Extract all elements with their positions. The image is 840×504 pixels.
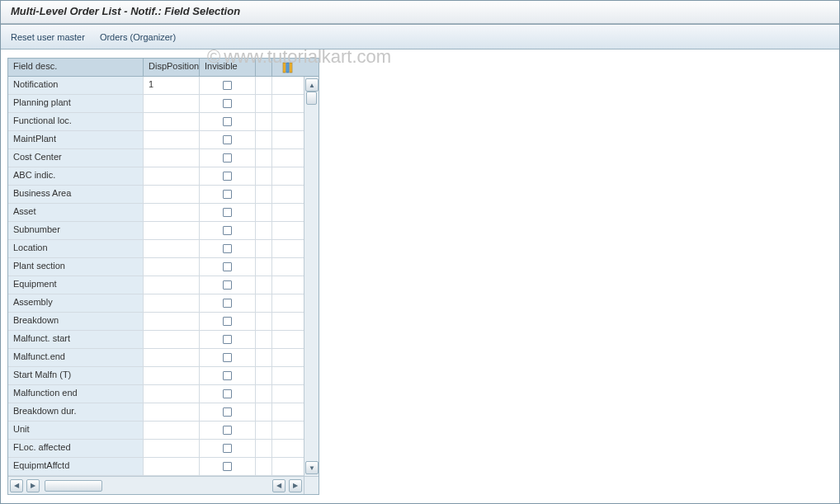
invisible-checkbox[interactable] <box>223 299 232 308</box>
disp-position-input[interactable] <box>144 331 200 348</box>
field-desc-cell: Location <box>8 240 144 257</box>
disp-position-input[interactable] <box>144 385 200 403</box>
column-header-invisible[interactable]: Invisible <box>200 59 256 76</box>
invisible-checkbox[interactable] <box>223 353 232 362</box>
vertical-scroll-track[interactable] <box>306 92 317 461</box>
table-row[interactable]: Subnumber <box>8 222 304 240</box>
field-desc-cell: MaintPlant <box>8 131 144 148</box>
disp-position-input[interactable] <box>144 113 200 130</box>
scroll-right-step-icon[interactable]: ▶ <box>26 479 40 492</box>
disp-position-input[interactable] <box>144 367 200 384</box>
disp-position-input[interactable] <box>144 131 200 148</box>
invisible-checkbox[interactable] <box>223 407 232 417</box>
invisible-checkbox-cell <box>200 186 256 203</box>
invisible-checkbox[interactable] <box>223 317 232 326</box>
field-desc-cell: Breakdown dur. <box>8 403 144 421</box>
table-row[interactable]: Assembly <box>8 294 304 313</box>
disp-position-input[interactable] <box>144 149 200 167</box>
invisible-checkbox[interactable] <box>223 208 232 217</box>
horizontal-scroll-thumb[interactable] <box>45 480 102 492</box>
disp-position-input[interactable] <box>144 167 200 185</box>
invisible-checkbox[interactable] <box>223 226 232 235</box>
disp-position-input[interactable] <box>144 458 200 475</box>
disp-position-input[interactable] <box>144 222 200 239</box>
invisible-checkbox[interactable] <box>223 371 232 380</box>
scroll-up-icon[interactable]: ▲ <box>305 78 319 92</box>
disp-position-input[interactable] <box>144 294 200 312</box>
row-gap <box>256 186 272 203</box>
table-row[interactable]: Business Area <box>8 186 304 204</box>
table-row[interactable]: Malfunct.end <box>8 349 304 367</box>
field-desc-cell: Malfunct.end <box>8 349 144 366</box>
vertical-scrollbar[interactable]: ▲ ▼ <box>304 77 319 476</box>
scroll-right-icon[interactable]: ▶ <box>289 479 302 492</box>
invisible-checkbox[interactable] <box>223 99 232 108</box>
table-row[interactable]: Breakdown <box>8 313 304 331</box>
grid-header: Field desc. DispPosition Invisible <box>8 59 319 77</box>
vertical-scroll-thumb[interactable] <box>306 92 317 105</box>
field-desc-cell: Start Malfn (T) <box>8 367 144 384</box>
invisible-checkbox[interactable] <box>223 444 232 453</box>
field-desc-cell: ABC indic. <box>8 167 144 185</box>
invisible-checkbox[interactable] <box>223 262 232 271</box>
invisible-checkbox[interactable] <box>223 153 232 163</box>
scroll-left-icon[interactable]: ◀ <box>10 479 23 492</box>
table-row[interactable]: Plant section <box>8 258 304 276</box>
column-header-field-desc[interactable]: Field desc. <box>8 59 144 76</box>
invisible-checkbox[interactable] <box>223 335 232 344</box>
horizontal-scrollbar[interactable]: ◀ ▶ ◀ ▶ <box>8 476 304 494</box>
table-row[interactable]: Asset <box>8 204 304 222</box>
scroll-down-icon[interactable]: ▼ <box>305 461 319 474</box>
horizontal-scroll-track[interactable] <box>41 480 172 492</box>
table-row[interactable]: MaintPlant <box>8 131 304 149</box>
table-row[interactable]: ABC indic. <box>8 167 304 186</box>
invisible-checkbox[interactable] <box>223 190 232 199</box>
invisible-checkbox[interactable] <box>223 135 232 144</box>
disp-position-input[interactable] <box>144 95 200 112</box>
disp-position-input[interactable] <box>144 240 200 257</box>
disp-position-input[interactable] <box>144 313 200 330</box>
table-row[interactable]: Malfunct. start <box>8 331 304 349</box>
disp-position-input[interactable] <box>144 186 200 203</box>
disp-position-input[interactable] <box>144 258 200 276</box>
table-row[interactable]: Cost Center <box>8 149 304 167</box>
grid-body: Notification1Planning plantFunctional lo… <box>8 77 304 476</box>
disp-position-input[interactable] <box>144 403 200 421</box>
table-row[interactable]: Location <box>8 240 304 258</box>
table-row[interactable]: Breakdown dur. <box>8 403 304 422</box>
invisible-checkbox[interactable] <box>223 172 232 181</box>
table-row[interactable]: Start Malfn (T) <box>8 367 304 385</box>
invisible-checkbox[interactable] <box>223 462 232 471</box>
table-row[interactable]: Equipment <box>8 276 304 294</box>
table-row[interactable]: EquipmtAffctd <box>8 458 304 476</box>
row-gap <box>256 331 272 348</box>
scroll-left-end-icon[interactable]: ◀ <box>272 479 286 492</box>
invisible-checkbox[interactable] <box>223 117 232 126</box>
table-row[interactable]: Notification1 <box>8 77 304 95</box>
disp-position-input[interactable] <box>144 422 200 439</box>
column-header-disp-position[interactable]: DispPosition <box>144 59 200 76</box>
disp-position-input[interactable] <box>144 276 200 294</box>
table-row[interactable]: Planning plant <box>8 95 304 113</box>
configure-columns-button[interactable] <box>272 59 304 76</box>
table-row[interactable]: Malfunction end <box>8 385 304 403</box>
table-row[interactable]: FLoc. affected <box>8 440 304 458</box>
orders-organizer-button[interactable]: Orders (Organizer) <box>100 32 176 42</box>
application-toolbar: Reset user master Orders (Organizer) <box>1 25 839 49</box>
invisible-checkbox[interactable] <box>223 426 232 435</box>
table-row[interactable]: Unit <box>8 422 304 440</box>
invisible-checkbox-cell <box>200 403 256 421</box>
invisible-checkbox[interactable] <box>223 244 232 253</box>
field-desc-cell: Equipment <box>8 276 144 294</box>
invisible-checkbox[interactable] <box>223 81 232 90</box>
disp-position-input[interactable]: 1 <box>144 77 200 94</box>
field-desc-cell: Unit <box>8 422 144 439</box>
table-row[interactable]: Functional loc. <box>8 113 304 131</box>
invisible-checkbox-cell <box>200 258 256 276</box>
invisible-checkbox[interactable] <box>223 389 232 398</box>
disp-position-input[interactable] <box>144 440 200 457</box>
invisible-checkbox[interactable] <box>223 280 232 290</box>
reset-user-master-button[interactable]: Reset user master <box>11 32 85 42</box>
disp-position-input[interactable] <box>144 349 200 366</box>
disp-position-input[interactable] <box>144 204 200 221</box>
